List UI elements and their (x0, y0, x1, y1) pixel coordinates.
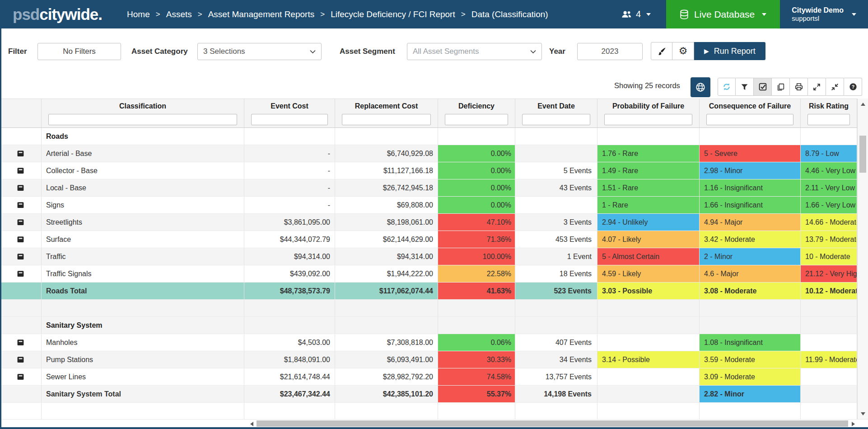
cell-replacement-cost: $42,385,101.20 (335, 386, 438, 403)
table-row[interactable]: Traffic$94,314.00$94,314.00100.00%1 Even… (0, 248, 857, 265)
column-header-event_cost[interactable]: Event Cost (244, 99, 335, 127)
archive-icon[interactable] (17, 253, 24, 260)
app-window: psdcitywide. Home>Assets>Asset Managemen… (0, 0, 868, 429)
account-text: Citywide Demo supportsl (792, 6, 844, 23)
cell-event-cost: $48,738,573.79 (244, 283, 335, 300)
filter-input-event_date[interactable] (522, 114, 590, 125)
table-row[interactable]: Arterial - Base-$6,740,929.080.00%1.76 -… (0, 145, 857, 162)
filter-input-cof[interactable] (706, 114, 793, 125)
cell-event-date: 3 Events (515, 214, 597, 231)
cell-pof (597, 128, 700, 145)
archive-icon[interactable] (17, 270, 24, 278)
horizontal-scrollbar[interactable] (0, 419, 868, 428)
filter-input-pof[interactable] (604, 114, 692, 125)
account-menu[interactable]: Citywide Demo supportsl (780, 6, 868, 23)
table-row[interactable]: Signs-$69,808.000.00%1 - Rare1.66 - Insi… (0, 197, 857, 214)
filter-input-replacement_cost[interactable] (342, 114, 431, 125)
cell-icon (0, 265, 42, 283)
cell-deficiency: 47.10% (438, 214, 515, 231)
cell-icon (0, 214, 42, 231)
vertical-scrollbar[interactable] (857, 99, 868, 419)
breadcrumb-item[interactable]: Asset Management Reports (208, 9, 315, 19)
archive-icon[interactable] (17, 150, 24, 157)
table-row[interactable]: Traffic Signals$439,092.00$1,944,222.002… (0, 265, 857, 283)
column-header-pof[interactable]: Probability of Failure (597, 99, 700, 127)
no-filters-button[interactable]: No Filters (37, 43, 121, 60)
table-row[interactable]: Streetlights$3,861,095.00$8,198,061.0047… (0, 214, 857, 231)
filter-button[interactable] (736, 78, 754, 96)
total-row[interactable]: Roads Total$48,738,573.79$117,062,074.44… (0, 283, 857, 300)
scroll-down-arrow[interactable] (858, 409, 868, 418)
filter-input-classification[interactable] (48, 114, 237, 125)
svg-text:?: ? (851, 84, 854, 90)
print-button[interactable] (790, 78, 808, 96)
table-row[interactable]: Local - Base-$26,742,945.180.00%43 Event… (0, 179, 857, 197)
vertical-scroll-thumb[interactable] (859, 136, 866, 173)
cell-empty (438, 300, 515, 317)
help-button[interactable]: ? (844, 78, 862, 96)
live-database-dropdown[interactable]: Live Database (666, 0, 780, 28)
archive-icon[interactable] (17, 218, 24, 226)
table-row[interactable]: Sewer Lines$21,614,748.44$28,982,792.207… (0, 368, 857, 386)
total-row[interactable]: Sanitary System Total$23,467,342.44$42,3… (0, 386, 857, 403)
breadcrumb-item[interactable]: Lifecycle Deficiency / FCI Report (331, 9, 455, 19)
compress-button[interactable] (826, 78, 844, 96)
column-header-risk[interactable]: Risk Rating (801, 99, 857, 127)
filter-input-risk[interactable] (807, 114, 850, 125)
archive-icon[interactable] (17, 236, 24, 243)
archive-icon[interactable] (17, 201, 24, 209)
asset-segment-select[interactable]: All Asset Segments (407, 43, 542, 60)
archive-icon[interactable] (17, 167, 24, 174)
settings-button[interactable]: ⚙ (672, 42, 694, 60)
run-report-button[interactable]: ▶ Run Report (694, 42, 765, 60)
asset-category-select[interactable]: 3 Selections (197, 43, 322, 60)
active-users-menu[interactable]: 4 (621, 9, 651, 19)
cell-deficiency: 0.06% (438, 334, 515, 351)
table-row[interactable]: Surface$44,344,072.79$62,144,629.0071.36… (0, 231, 857, 248)
column-header-classification[interactable]: Classification (42, 99, 244, 127)
column-header-event_date[interactable]: Event Date (515, 99, 597, 127)
table-row[interactable]: Manholes$4,503.00$7,308,818.000.06%407 E… (0, 334, 857, 351)
cell-event-date: 453 Events (515, 231, 597, 248)
column-header-cof[interactable]: Consequence of Failure (700, 99, 801, 127)
column-header-replacement_cost[interactable]: Replacement Cost (335, 99, 438, 127)
horizontal-scroll-thumb[interactable] (257, 420, 848, 427)
filter-input-event_cost[interactable] (251, 114, 328, 125)
psdcitywide-logo[interactable]: psdcitywide. (13, 5, 102, 24)
style-brush-button[interactable] (651, 42, 672, 60)
scroll-up-arrow[interactable] (858, 99, 868, 108)
cell-consequence-of-failure: 4.94 - Major (700, 214, 801, 231)
table-row[interactable]: Pump Stations$1,848,091.00$6,093,491.003… (0, 351, 857, 368)
cell-empty (335, 300, 438, 317)
cell-classification: Traffic (42, 248, 244, 265)
cell-event-date: 1 Event (515, 248, 597, 265)
cell-icon (0, 334, 42, 351)
cell-risk-rating: 10.12 - Moderate (801, 283, 857, 300)
group-row[interactable]: Roads (0, 128, 857, 145)
breadcrumb-item[interactable]: Data (Classification) (471, 9, 548, 19)
archive-icon[interactable] (17, 373, 24, 381)
account-name: Citywide Demo (792, 6, 844, 14)
cell-probability-of-failure: 1.49 - Rare (597, 162, 700, 179)
table-row[interactable]: Collector - Base-$11,127,166.180.00%5 Ev… (0, 162, 857, 179)
archive-icon[interactable] (17, 339, 24, 346)
cell-event-date: 407 Events (515, 334, 597, 351)
filter-bar: Filter No Filters Asset Category 3 Selec… (0, 28, 868, 67)
archive-icon[interactable] (17, 184, 24, 192)
year-input[interactable]: 2023 (577, 43, 643, 60)
copy-icon (777, 83, 784, 91)
cell-event-date: 18 Events (515, 265, 597, 283)
cell-replacement-cost: $94,314.00 (335, 248, 438, 265)
refresh-button[interactable] (718, 78, 736, 96)
archive-icon[interactable] (17, 356, 24, 363)
expand-button[interactable] (808, 78, 826, 96)
group-row[interactable]: Sanitary System (0, 317, 857, 334)
copy-button[interactable] (772, 78, 790, 96)
check-square-button[interactable] (754, 78, 772, 96)
breadcrumb-item[interactable]: Home (127, 9, 150, 19)
cell-replacement-cost: $6,740,929.08 (335, 145, 438, 162)
breadcrumb-item[interactable]: Assets (166, 9, 192, 19)
map-view-button[interactable] (691, 77, 710, 97)
filter-input-deficiency[interactable] (445, 114, 508, 125)
column-header-deficiency[interactable]: Deficiency (438, 99, 515, 127)
